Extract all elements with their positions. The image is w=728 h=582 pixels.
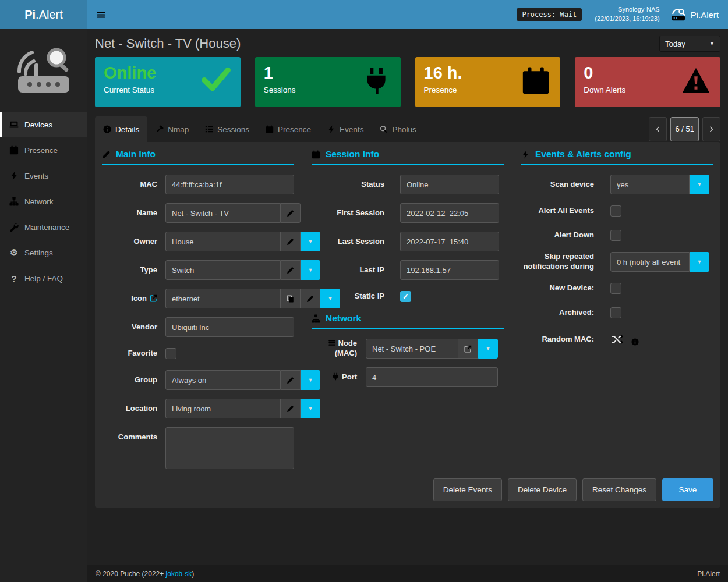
- location-edit-button[interactable]: [281, 399, 301, 418]
- sidebar-item-label: Presence: [24, 146, 58, 155]
- sidebar-item-events[interactable]: Events: [0, 163, 87, 189]
- name-edit-button[interactable]: [281, 203, 301, 223]
- sidebar-item-label: Maintenance: [24, 223, 69, 232]
- presence-box[interactable]: 16 h. Presence: [415, 57, 561, 107]
- vendor-label: Vendor: [102, 322, 157, 332]
- comments-textarea[interactable]: [165, 427, 294, 469]
- devices-icon: [9, 120, 19, 129]
- type-edit-button[interactable]: [281, 260, 301, 280]
- header-brand[interactable]: Pi.Alert: [670, 8, 719, 21]
- new-device-checkbox[interactable]: ✓: [610, 283, 621, 294]
- last-ip-label: Last IP: [312, 265, 384, 275]
- jokob-sk-link[interactable]: jokob-sk: [166, 570, 192, 578]
- caret-down-icon: ▼: [697, 182, 702, 187]
- port-input[interactable]: [366, 367, 498, 387]
- favorite-checkbox[interactable]: ✓: [165, 348, 176, 359]
- field-row-archived: Archived: ✓: [521, 305, 713, 320]
- pencil-icon: [287, 238, 294, 246]
- prev-device-button[interactable]: [649, 117, 667, 141]
- group-input[interactable]: [165, 370, 281, 390]
- tab-events[interactable]: Events: [319, 116, 372, 142]
- menu-toggle-button[interactable]: [87, 0, 114, 29]
- delete-device-button[interactable]: Delete Device: [508, 478, 577, 501]
- external-link-icon: [464, 345, 472, 353]
- hamburger-icon: [96, 10, 106, 19]
- save-button[interactable]: Save: [662, 478, 713, 501]
- status-input[interactable]: [400, 175, 499, 194]
- tab-details[interactable]: Details: [95, 116, 147, 142]
- sidebar-item-settings[interactable]: ⚙ Settings: [0, 240, 87, 265]
- sidebar-item-devices[interactable]: Devices: [0, 112, 87, 137]
- warning-icon: [681, 66, 711, 95]
- host-timestamp: (22/01/2023, 16:19:23): [595, 15, 659, 24]
- mac-input[interactable]: [165, 175, 294, 194]
- alert-down-checkbox[interactable]: ✓: [610, 230, 621, 241]
- skip-notifications-dropdown-button[interactable]: ▼: [690, 252, 709, 272]
- group-edit-button[interactable]: [281, 370, 301, 390]
- location-input[interactable]: [165, 399, 281, 418]
- first-session-input[interactable]: [400, 203, 499, 223]
- delete-events-button[interactable]: Delete Events: [433, 478, 502, 501]
- node-label: Node (MAC): [312, 339, 357, 359]
- archived-checkbox[interactable]: ✓: [610, 307, 621, 318]
- archived-label: Archived:: [521, 308, 594, 318]
- alert-down-label: Alert Down: [521, 230, 594, 240]
- search-icon: [380, 125, 388, 133]
- node-dropdown-button[interactable]: ▼: [478, 339, 498, 359]
- reset-changes-button[interactable]: Reset Changes: [582, 478, 656, 501]
- name-input[interactable]: [165, 203, 281, 223]
- icon-copy-button[interactable]: [281, 289, 301, 308]
- device-pager: 6 / 51: [649, 116, 720, 142]
- type-label: Type: [102, 265, 157, 275]
- host-info: Synology-NAS (22/01/2023, 16:19:23): [595, 5, 659, 24]
- icon-input[interactable]: [165, 289, 281, 308]
- sidebar-item-maintenance[interactable]: Maintenance: [0, 214, 87, 240]
- scan-device-select[interactable]: [610, 175, 690, 194]
- session-info-section: Session Info Status First Session Last S…: [312, 149, 504, 478]
- field-row-comments: Comments: [102, 427, 294, 469]
- period-selector[interactable]: Today ▼: [659, 36, 720, 52]
- sidebar-item-help[interactable]: ? Help / FAQ: [0, 265, 87, 291]
- down-alerts-box[interactable]: 0 Down Alerts: [575, 57, 720, 107]
- vendor-input[interactable]: [165, 317, 294, 337]
- node-input[interactable]: [366, 339, 458, 359]
- type-input[interactable]: [165, 260, 281, 280]
- field-row-mac: MAC: [102, 175, 294, 194]
- plug-icon: [331, 372, 340, 381]
- shuffle-icon[interactable]: [610, 333, 624, 345]
- last-ip-input[interactable]: [400, 260, 499, 280]
- owner-label: Owner: [102, 237, 157, 247]
- last-session-input[interactable]: [400, 232, 499, 251]
- sidebar-item-network[interactable]: Network: [0, 189, 87, 214]
- current-status-box[interactable]: Online Current Status: [95, 57, 241, 107]
- sidebar-brand[interactable]: Pi.Alert: [0, 0, 87, 29]
- field-row-status: Status: [312, 175, 504, 194]
- node-link-button[interactable]: [458, 339, 478, 359]
- tab-nmap[interactable]: Nmap: [147, 116, 197, 142]
- owner-edit-button[interactable]: [281, 232, 301, 251]
- node-icon: [328, 339, 336, 347]
- last-session-label: Last Session: [312, 237, 384, 247]
- owner-input[interactable]: [165, 232, 281, 251]
- static-ip-checkbox[interactable]: ✓: [400, 291, 411, 302]
- field-row-first-session: First Session: [312, 203, 504, 223]
- sessions-box[interactable]: 1 Sessions: [255, 57, 401, 107]
- first-session-label: First Session: [312, 208, 384, 218]
- external-link-icon[interactable]: [150, 294, 157, 302]
- tab-pholus[interactable]: Pholus: [372, 116, 424, 142]
- tab-sessions[interactable]: Sessions: [197, 116, 257, 142]
- alert-all-events-checkbox[interactable]: ✓: [610, 205, 621, 217]
- sidebar-item-presence[interactable]: Presence: [0, 137, 87, 163]
- caret-down-icon: ▼: [697, 260, 702, 265]
- info-icon[interactable]: [631, 338, 639, 346]
- field-row-scan-device: Scan device ▼: [521, 175, 713, 194]
- tab-presence[interactable]: Presence: [257, 116, 319, 142]
- group-label: Group: [102, 375, 157, 385]
- skip-notifications-select[interactable]: [610, 252, 690, 272]
- action-buttons: Delete Events Delete Device Reset Change…: [433, 478, 713, 501]
- field-row-node: Node (MAC) ▼: [312, 339, 504, 359]
- events-config-section: Events & Alerts config Scan device ▼ Ale…: [521, 149, 713, 478]
- scan-device-dropdown-button[interactable]: ▼: [690, 175, 709, 194]
- next-device-button[interactable]: [702, 117, 720, 141]
- network-heading: Network: [312, 313, 504, 329]
